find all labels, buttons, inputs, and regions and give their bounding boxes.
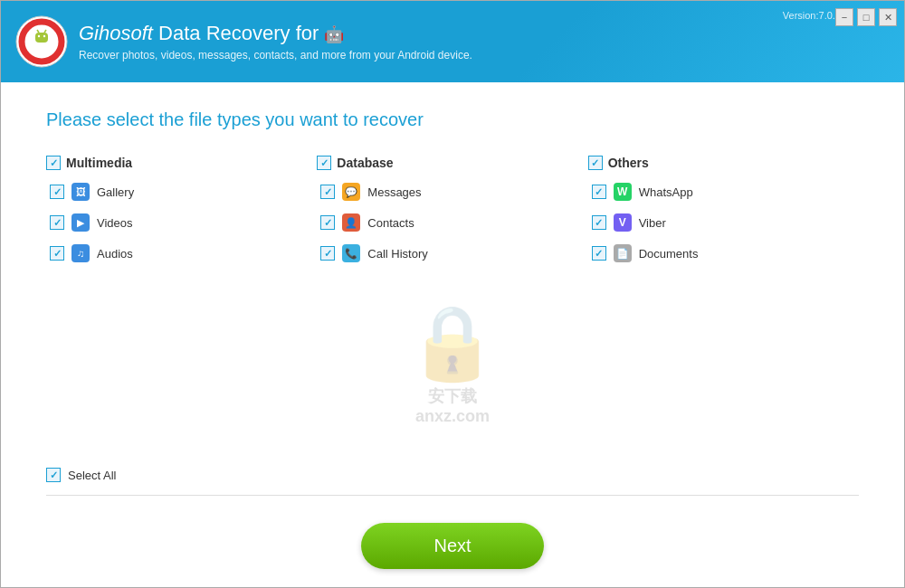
item-videos: ▶ Videos bbox=[46, 213, 317, 232]
item-messages: 💬 Messages bbox=[317, 183, 587, 201]
category-others-header: Others bbox=[588, 156, 859, 170]
content-area: 🔒 安下载anxz.com Multimedia 🖼 Gallery bbox=[46, 156, 859, 569]
category-database-header: Database bbox=[317, 156, 587, 170]
logo-text-area: Gihosoft Data Recovery for 🤖 Recover pho… bbox=[79, 22, 472, 61]
audios-label: Audios bbox=[97, 247, 133, 261]
documents-label: Documents bbox=[639, 247, 699, 261]
item-contacts: 👤 Contacts bbox=[317, 213, 587, 232]
title-bar: Version:7.0.5 − □ ✕ bbox=[1, 1, 904, 82]
logo-area: Gihosoft Data Recovery for 🤖 Recover pho… bbox=[15, 15, 472, 68]
checkbox-videos[interactable] bbox=[50, 215, 64, 230]
messages-label: Messages bbox=[367, 185, 421, 199]
item-documents: 📄 Documents bbox=[588, 244, 859, 262]
checkbox-callhistory[interactable] bbox=[320, 246, 335, 261]
svg-point-4 bbox=[38, 35, 40, 37]
videos-label: Videos bbox=[97, 216, 133, 230]
checkbox-database[interactable] bbox=[317, 156, 331, 170]
audios-icon: ♫ bbox=[71, 244, 90, 262]
category-others: Others W WhatsApp V Viber 📄 bbox=[588, 156, 859, 262]
version-text: Version:7.0.5 bbox=[783, 10, 841, 21]
category-multimedia-header: Multimedia bbox=[46, 156, 317, 170]
next-button-area: Next bbox=[46, 523, 859, 569]
select-all-row: Select All bbox=[46, 468, 859, 496]
viber-label: Viber bbox=[639, 216, 666, 230]
main-window: Version:7.0.5 − □ ✕ bbox=[0, 0, 905, 588]
category-others-label: Others bbox=[608, 156, 649, 170]
android-icon: 🤖 bbox=[324, 25, 344, 43]
app-title: Gihosoft Data Recovery for 🤖 bbox=[79, 22, 472, 45]
main-content: Please select the file types you want to… bbox=[1, 82, 904, 587]
page-title: Please select the file types you want to… bbox=[46, 109, 859, 130]
checkbox-multimedia[interactable] bbox=[46, 156, 61, 170]
checkbox-messages[interactable] bbox=[320, 185, 335, 199]
checkbox-viber[interactable] bbox=[592, 215, 606, 230]
window-controls: − □ ✕ bbox=[835, 8, 897, 26]
messages-icon: 💬 bbox=[342, 183, 360, 201]
app-subtitle: Recover photos, videos, messages, contac… bbox=[79, 49, 472, 62]
whatsapp-icon: W bbox=[614, 183, 632, 201]
checkbox-select-all[interactable] bbox=[46, 468, 61, 482]
item-callhistory: 📞 Call History bbox=[317, 244, 587, 262]
contacts-label: Contacts bbox=[367, 216, 414, 230]
category-multimedia: Multimedia 🖼 Gallery ▶ Videos ♫ bbox=[46, 156, 317, 262]
checkbox-audios[interactable] bbox=[50, 246, 64, 261]
brand-name: Gihosoft bbox=[79, 22, 153, 44]
svg-point-5 bbox=[43, 35, 45, 37]
documents-icon: 📄 bbox=[614, 244, 632, 262]
select-all-label: Select All bbox=[68, 469, 116, 482]
callhistory-icon: 📞 bbox=[342, 244, 360, 262]
next-button[interactable]: Next bbox=[361, 523, 543, 569]
contacts-icon: 👤 bbox=[342, 213, 360, 232]
maximize-button[interactable]: □ bbox=[857, 8, 875, 26]
gallery-icon: 🖼 bbox=[71, 183, 90, 201]
checkbox-documents[interactable] bbox=[592, 246, 606, 261]
file-types-grid: Multimedia 🖼 Gallery ▶ Videos ♫ bbox=[46, 156, 859, 262]
checkbox-contacts[interactable] bbox=[320, 215, 335, 230]
videos-icon: ▶ bbox=[71, 213, 90, 232]
category-database-label: Database bbox=[337, 156, 393, 170]
gallery-label: Gallery bbox=[97, 185, 134, 199]
category-multimedia-label: Multimedia bbox=[66, 156, 132, 170]
checkbox-gallery[interactable] bbox=[50, 185, 64, 199]
svg-rect-3 bbox=[35, 33, 48, 43]
app-name: Data Recovery for bbox=[158, 22, 324, 44]
whatsapp-label: WhatsApp bbox=[639, 185, 693, 199]
item-whatsapp: W WhatsApp bbox=[588, 183, 859, 201]
item-gallery: 🖼 Gallery bbox=[46, 183, 317, 201]
minimize-button[interactable]: − bbox=[835, 8, 853, 26]
app-logo-icon bbox=[15, 15, 68, 68]
checkbox-others[interactable] bbox=[588, 156, 603, 170]
checkbox-whatsapp[interactable] bbox=[592, 185, 606, 199]
item-viber: V Viber bbox=[588, 213, 859, 232]
close-button[interactable]: ✕ bbox=[879, 8, 897, 26]
item-audios: ♫ Audios bbox=[46, 244, 317, 262]
callhistory-label: Call History bbox=[367, 247, 427, 261]
viber-icon: V bbox=[614, 213, 632, 232]
category-database: Database 💬 Messages 👤 Contacts 📞 bbox=[317, 156, 587, 262]
